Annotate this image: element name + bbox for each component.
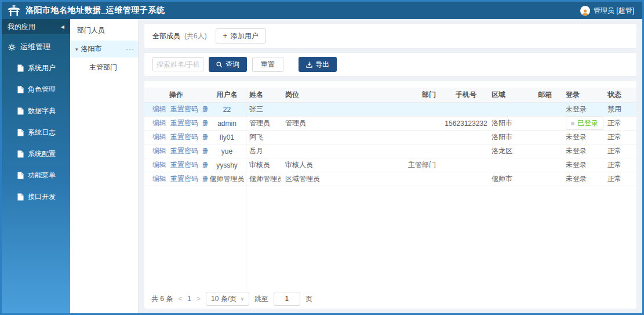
user-avatar-icon <box>580 6 590 16</box>
department-panel: 部门人员 ▾ 洛阳市 ··· 主管部门 <box>70 19 139 313</box>
chevron-down-icon: ∨ <box>241 296 244 302</box>
login-cell: 未登录 <box>565 146 605 156</box>
operations-cell: 编辑重置密码删除 <box>144 160 208 170</box>
table-row: 编辑重置密码删除admin管理员管理员15623123232洛阳市已登录正常 <box>144 117 636 131</box>
tree-node-supervising-dept[interactable]: 主管部门 <box>70 57 138 78</box>
sidebar-section-header[interactable]: 我的应用 ◀ <box>2 19 70 34</box>
action-link-edit[interactable]: 编辑 <box>152 133 166 141</box>
more-icon[interactable]: ··· <box>126 45 134 53</box>
export-button[interactable]: 导出 <box>299 57 337 72</box>
action-link-reset-password[interactable]: 重置密码 <box>170 147 198 155</box>
jump-page-input[interactable] <box>274 292 300 306</box>
action-link-edit[interactable]: 编辑 <box>152 161 166 169</box>
sidebar-item-api-development[interactable]: 接口开发 <box>2 186 70 208</box>
prev-page-icon[interactable]: < <box>178 295 182 303</box>
column-header: 登录 <box>565 90 605 100</box>
members-bar: 全部成员 (共6人) + 添加用户 <box>144 24 636 48</box>
action-link-edit[interactable]: 编辑 <box>152 105 166 113</box>
users-table: 操作用户名姓名岗位部门手机号区域邮箱登录状态 编辑重置密码删除22张三未登录禁用… <box>144 88 636 289</box>
tree-node-label: 主管部门 <box>89 63 117 71</box>
search-input[interactable] <box>152 57 203 71</box>
status-cell: 正常 <box>605 174 635 184</box>
action-link-delete[interactable]: 删除 <box>202 133 208 141</box>
sidebar-item-role-management[interactable]: 角色管理 <box>2 79 70 100</box>
column-header: 状态 <box>605 90 635 100</box>
column-header: 手机号 <box>443 90 489 100</box>
table-row: 编辑重置密码删除fly01阿飞洛阳市未登录正常 <box>144 131 636 144</box>
position-cell: 管理员 <box>281 118 379 128</box>
sidebar-item-label: 系统配置 <box>28 149 56 159</box>
action-link-reset-password[interactable]: 重置密码 <box>170 133 198 141</box>
action-link-delete[interactable]: 删除 <box>202 175 208 183</box>
page-size-select[interactable]: 10 条/页 ∨ <box>206 292 249 306</box>
add-user-button[interactable]: + 添加用户 <box>216 28 266 44</box>
name-cell: 张三 <box>246 104 281 114</box>
action-link-reset-password[interactable]: 重置密码 <box>170 105 198 113</box>
status-cell: 正常 <box>605 132 635 142</box>
current-page[interactable]: 1 <box>187 295 191 303</box>
column-header: 区域 <box>489 90 536 100</box>
pagination: 共 6 条 < 1 > 10 条/页 ∨ 跳至 页 <box>144 289 636 309</box>
sidebar-item-system-users[interactable]: 系统用户 <box>2 57 70 79</box>
user-menu[interactable]: 管理员 [超管] <box>580 6 634 16</box>
action-link-edit[interactable]: 编辑 <box>152 147 166 155</box>
table-row: 编辑重置密码删除偃师管理员偃师管理员区域管理员偃师市未登录正常 <box>144 172 636 186</box>
column-header: 邮箱 <box>536 90 565 100</box>
reset-button[interactable]: 重置 <box>252 57 283 72</box>
sidebar-section-label: 我的应用 <box>8 22 35 32</box>
username-cell: fly01 <box>208 133 246 142</box>
position-cell: 审核人员 <box>281 160 379 170</box>
app-window: 洛阳市地名地址数据_运维管理子系统 管理员 [超管] 我的应用 ◀ <box>0 0 644 315</box>
department-cell: 主管部门 <box>379 160 443 170</box>
action-link-delete[interactable]: 删除 <box>202 147 208 155</box>
sidebar-group-label: 运维管理 <box>20 42 50 52</box>
login-badge: 已登录 <box>566 117 603 130</box>
members-count: (共6人) <box>184 31 207 41</box>
name-cell: 阿飞 <box>246 132 281 142</box>
status-cell: 正常 <box>605 146 635 156</box>
action-link-reset-password[interactable]: 重置密码 <box>170 119 198 127</box>
name-cell: 偃师管理员 <box>246 174 281 184</box>
username-cell: yue <box>208 147 246 155</box>
caret-down-icon[interactable]: ▾ <box>75 46 78 52</box>
login-cell: 未登录 <box>565 174 605 184</box>
sidebar-group-ops[interactable]: 运维管理 <box>2 34 70 57</box>
column-header: 姓名 <box>246 90 281 100</box>
column-header: 部门 <box>379 90 443 100</box>
top-header: 洛阳市地名地址数据_运维管理子系统 管理员 [超管] <box>2 2 642 19</box>
action-link-delete[interactable]: 删除 <box>202 105 208 113</box>
region-cell: 洛阳市 <box>489 132 536 142</box>
operations-cell: 编辑重置密码删除 <box>144 132 208 142</box>
sidebar-item-system-config[interactable]: 系统配置 <box>2 143 70 165</box>
name-cell: 管理员 <box>246 118 281 128</box>
action-link-reset-password[interactable]: 重置密码 <box>170 161 198 169</box>
sidebar-item-function-menu[interactable]: 功能菜单 <box>2 165 70 186</box>
file-icon <box>17 129 24 136</box>
operations-cell: 编辑重置密码删除 <box>144 104 208 114</box>
region-cell: 偃师市 <box>489 174 536 184</box>
action-link-edit[interactable]: 编辑 <box>152 119 166 127</box>
login-cell: 未登录 <box>565 160 605 170</box>
sidebar-item-data-dictionary[interactable]: 数据字典 <box>2 100 70 122</box>
status-cell: 禁用 <box>605 104 635 114</box>
action-link-delete[interactable]: 删除 <box>202 161 208 169</box>
table-row: 编辑重置密码删除yue岳月洛龙区未登录正常 <box>144 144 636 158</box>
app-title: 洛阳市地名地址数据_运维管理子系统 <box>26 5 165 16</box>
action-link-reset-password[interactable]: 重置密码 <box>170 175 198 183</box>
action-link-delete[interactable]: 删除 <box>202 119 208 127</box>
username-cell: 偃师管理员 <box>208 174 246 184</box>
table-row: 编辑重置密码删除22张三未登录禁用 <box>144 103 636 117</box>
sidebar-item-system-logs[interactable]: 系统日志 <box>2 122 70 143</box>
region-cell: 洛阳市 <box>489 118 536 128</box>
tree-node-label: 洛阳市 <box>81 44 102 54</box>
column-header: 操作 <box>144 90 208 100</box>
tree-node-luoyang[interactable]: ▾ 洛阳市 ··· <box>70 41 138 57</box>
username-cell: 22 <box>208 106 246 114</box>
query-button[interactable]: 查询 <box>209 57 247 72</box>
next-page-icon[interactable]: > <box>197 295 201 303</box>
main-content: 全部成员 (共6人) + 添加用户 查询 <box>139 19 642 313</box>
collapse-icon[interactable]: ◀ <box>61 24 64 30</box>
sidebar-item-label: 功能菜单 <box>28 171 56 180</box>
jump-unit: 页 <box>305 294 312 304</box>
action-link-edit[interactable]: 编辑 <box>152 175 166 183</box>
